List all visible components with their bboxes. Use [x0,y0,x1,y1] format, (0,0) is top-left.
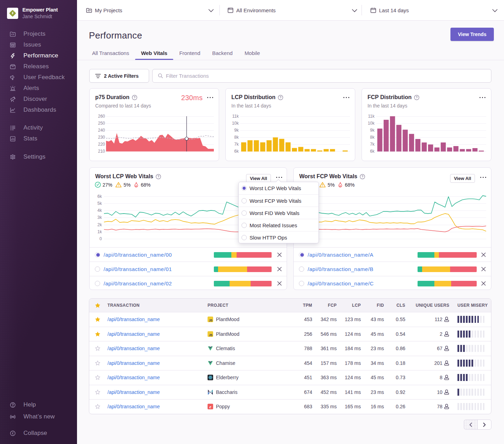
svg-text:JS: JS [209,334,213,337]
svg-text:e: e [209,404,211,409]
svg-text:JS: JS [209,319,213,322]
